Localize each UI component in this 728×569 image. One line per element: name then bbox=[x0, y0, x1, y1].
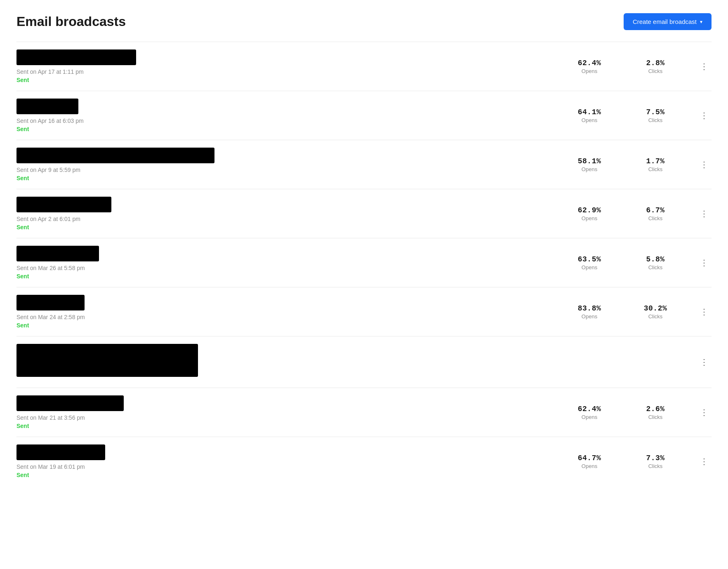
create-broadcast-label: Create email broadcast bbox=[633, 18, 697, 25]
clicks-value: 6.7% bbox=[639, 206, 672, 214]
clicks-stat: 7.3%Clicks bbox=[639, 454, 672, 469]
opens-label: Opens bbox=[573, 68, 606, 74]
create-broadcast-button[interactable]: Create email broadcast ▾ bbox=[624, 13, 712, 30]
broadcast-info: Sent on Apr 17 at 1:11 pmSent bbox=[16, 49, 565, 83]
more-menu-button[interactable]: ⋮ bbox=[697, 206, 712, 221]
broadcast-sent-date: Sent on Apr 16 at 6:03 pm bbox=[16, 118, 565, 124]
clicks-value: 7.5% bbox=[639, 108, 672, 116]
opens-stat: 62.9%Opens bbox=[573, 206, 606, 221]
broadcast-row: Sent on Apr 9 at 5:59 pmSent58.1%Opens1.… bbox=[16, 140, 712, 189]
opens-label: Opens bbox=[573, 463, 606, 469]
clicks-stat: 30.2%Clicks bbox=[639, 304, 672, 320]
broadcast-stats: 62.9%Opens6.7%Clicks bbox=[573, 206, 672, 221]
more-menu-button[interactable]: ⋮ bbox=[697, 355, 712, 369]
opens-stat: 58.1%Opens bbox=[573, 157, 606, 172]
broadcast-row: ⋮ bbox=[16, 336, 712, 388]
broadcast-info: Sent on Apr 2 at 6:01 pmSent bbox=[16, 197, 565, 230]
more-menu-button[interactable]: ⋮ bbox=[697, 255, 712, 270]
clicks-stat: 6.7%Clicks bbox=[639, 206, 672, 221]
broadcast-row: Sent on Mar 21 at 3:56 pmSent62.4%Opens2… bbox=[16, 388, 712, 437]
clicks-label: Clicks bbox=[639, 117, 672, 123]
more-menu-button[interactable]: ⋮ bbox=[697, 108, 712, 123]
opens-label: Opens bbox=[573, 414, 606, 420]
opens-stat: 83.8%Opens bbox=[573, 304, 606, 320]
broadcast-stats: 62.4%Opens2.6%Clicks bbox=[573, 405, 672, 420]
clicks-stat: 1.7%Clicks bbox=[639, 157, 672, 172]
broadcast-list: Sent on Apr 17 at 1:11 pmSent62.4%Opens2… bbox=[16, 42, 712, 486]
broadcast-row: Sent on Apr 16 at 6:03 pmSent64.1%Opens7… bbox=[16, 91, 712, 140]
more-menu-button[interactable]: ⋮ bbox=[697, 59, 712, 74]
clicks-label: Clicks bbox=[639, 313, 672, 320]
broadcast-info: Sent on Apr 16 at 6:03 pmSent bbox=[16, 99, 565, 132]
more-menu-button[interactable]: ⋮ bbox=[697, 454, 712, 469]
broadcast-name-bar bbox=[16, 444, 105, 460]
more-menu-button[interactable]: ⋮ bbox=[697, 157, 712, 172]
opens-value: 63.5% bbox=[573, 255, 606, 263]
broadcast-name-bar bbox=[16, 197, 111, 212]
broadcast-status-badge: Sent bbox=[16, 322, 565, 329]
clicks-value: 2.6% bbox=[639, 405, 672, 413]
broadcast-status-badge: Sent bbox=[16, 423, 565, 429]
opens-stat: 62.4%Opens bbox=[573, 59, 606, 74]
broadcast-stats: 64.1%Opens7.5%Clicks bbox=[573, 108, 672, 123]
broadcast-name-bar bbox=[16, 148, 214, 163]
broadcast-stats: 62.4%Opens2.8%Clicks bbox=[573, 59, 672, 74]
broadcast-name-bar bbox=[16, 246, 99, 261]
broadcast-info: Sent on Mar 26 at 5:58 pmSent bbox=[16, 246, 565, 280]
opens-value: 62.9% bbox=[573, 206, 606, 214]
broadcast-stats: 63.5%Opens5.8%Clicks bbox=[573, 255, 672, 270]
broadcast-status-badge: Sent bbox=[16, 126, 565, 132]
opens-label: Opens bbox=[573, 264, 606, 270]
clicks-label: Clicks bbox=[639, 264, 672, 270]
broadcast-name-bar bbox=[16, 49, 136, 65]
opens-value: 58.1% bbox=[573, 157, 606, 165]
opens-label: Opens bbox=[573, 166, 606, 172]
clicks-stat: 5.8%Clicks bbox=[639, 255, 672, 270]
broadcast-status-badge: Sent bbox=[16, 224, 565, 230]
opens-value: 62.4% bbox=[573, 405, 606, 413]
opens-stat: 64.1%Opens bbox=[573, 108, 606, 123]
broadcast-info: Sent on Mar 24 at 2:58 pmSent bbox=[16, 295, 565, 329]
clicks-value: 30.2% bbox=[639, 304, 672, 313]
clicks-value: 7.3% bbox=[639, 454, 672, 462]
opens-label: Opens bbox=[573, 215, 606, 221]
broadcast-status-badge: Sent bbox=[16, 273, 565, 280]
page-header: Email broadcasts Create email broadcast … bbox=[16, 13, 712, 30]
opens-value: 64.7% bbox=[573, 454, 606, 462]
opens-stat: 62.4%Opens bbox=[573, 405, 606, 420]
broadcast-name-bar bbox=[16, 99, 78, 114]
broadcast-row: Sent on Apr 17 at 1:11 pmSent62.4%Opens2… bbox=[16, 42, 712, 91]
broadcast-sent-date: Sent on Mar 21 at 3:56 pm bbox=[16, 414, 565, 421]
broadcast-info: Sent on Mar 21 at 3:56 pmSent bbox=[16, 395, 565, 429]
opens-stat: 64.7%Opens bbox=[573, 454, 606, 469]
clicks-label: Clicks bbox=[639, 414, 672, 420]
broadcast-name-bar bbox=[16, 395, 124, 411]
opens-value: 62.4% bbox=[573, 59, 606, 67]
broadcast-sent-date: Sent on Apr 9 at 5:59 pm bbox=[16, 167, 565, 173]
clicks-label: Clicks bbox=[639, 166, 672, 172]
broadcast-sent-date: Sent on Mar 24 at 2:58 pm bbox=[16, 314, 565, 320]
broadcast-row: Sent on Mar 26 at 5:58 pmSent63.5%Opens5… bbox=[16, 238, 712, 287]
clicks-stat: 7.5%Clicks bbox=[639, 108, 672, 123]
broadcast-info: Sent on Mar 19 at 6:01 pmSent bbox=[16, 444, 565, 478]
broadcast-status-badge: Sent bbox=[16, 472, 565, 478]
page-container: Email broadcasts Create email broadcast … bbox=[0, 0, 728, 499]
chevron-down-icon: ▾ bbox=[700, 19, 702, 25]
broadcast-name-bar bbox=[16, 295, 85, 310]
broadcast-sent-date: Sent on Apr 2 at 6:01 pm bbox=[16, 216, 565, 222]
clicks-stat: 2.6%Clicks bbox=[639, 405, 672, 420]
clicks-label: Clicks bbox=[639, 68, 672, 74]
broadcast-sent-date: Sent on Apr 17 at 1:11 pm bbox=[16, 68, 565, 75]
opens-label: Opens bbox=[573, 313, 606, 320]
more-menu-button[interactable]: ⋮ bbox=[697, 304, 712, 319]
broadcast-info bbox=[16, 344, 581, 380]
broadcast-stats: 64.7%Opens7.3%Clicks bbox=[573, 454, 672, 469]
broadcast-row: Sent on Mar 24 at 2:58 pmSent83.8%Opens3… bbox=[16, 287, 712, 336]
clicks-value: 2.8% bbox=[639, 59, 672, 67]
broadcast-name-bar bbox=[16, 344, 198, 377]
clicks-label: Clicks bbox=[639, 215, 672, 221]
broadcast-stats: 83.8%Opens30.2%Clicks bbox=[573, 304, 672, 320]
broadcast-status-badge: Sent bbox=[16, 175, 565, 181]
more-menu-button[interactable]: ⋮ bbox=[697, 405, 712, 420]
page-title: Email broadcasts bbox=[16, 14, 126, 29]
